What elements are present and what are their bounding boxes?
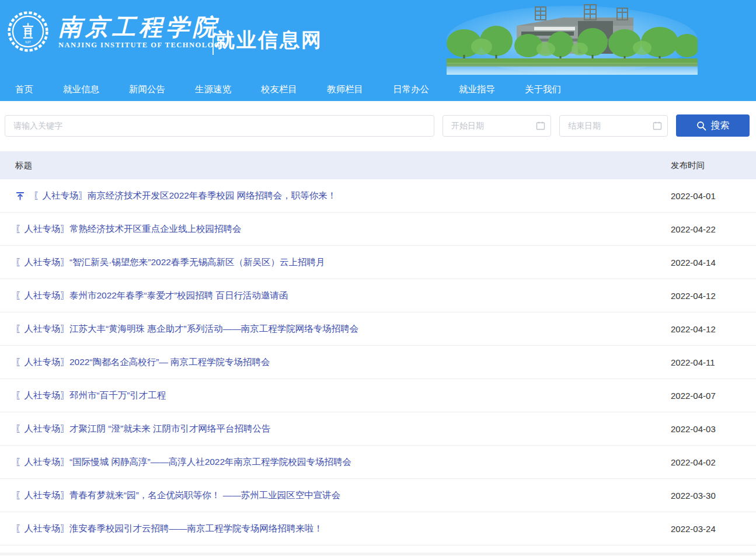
publish-date: 2022-04-12	[671, 324, 741, 334]
announcement-link[interactable]: 〖人社专场〗“智汇新吴·锡望您来”2022春季无锡高新区（新吴区）云上招聘月	[15, 256, 325, 269]
announcement-list: 标题 发布时间 〖人社专场〗南京经济技术开发区2022年春季校园 网络招聘会，职…	[0, 151, 756, 555]
campus-photo	[447, 4, 698, 75]
list-header: 标题 发布时间	[0, 151, 756, 179]
announcement-title: 〖人社专场〗青春有梦就来“园”，名企优岗职等你！ ——苏州工业园区空中宣讲会	[15, 489, 340, 502]
svg-text:NJIT: NJIT	[25, 41, 31, 44]
list-item[interactable]: 〖人社专场〗常熟经济技术开区重点企业线上校园招聘会 2022-04-22	[0, 213, 756, 246]
list-item[interactable]: 〖人社专场〗才聚江阴 “澄”就未来 江阴市引才网络平台招聘公告 2022-04-…	[0, 412, 756, 446]
publish-date: 2022-04-11	[671, 357, 741, 367]
site-header: NJIT 南京工程学院 NANJING INSTITUTE OF TECHNOL…	[0, 0, 756, 78]
search-button-label: 搜索	[711, 120, 730, 132]
list-item[interactable]: 〖人社专场〗青春有梦就来“园”，名企优岗职等你！ ——苏州工业园区空中宣讲会 2…	[0, 479, 756, 512]
end-date-input[interactable]	[559, 115, 668, 137]
nav-item-career-guidance[interactable]: 就业指导	[459, 84, 495, 96]
publish-date: 2022-03-24	[671, 524, 741, 534]
list-item[interactable]: 〖人社专场〗邳州市“百千万”引才工程 2022-04-07	[0, 379, 756, 412]
announcement-link[interactable]: 〖人社专场〗“国际慢城 闲静高淳”——高淳人社2022年南京工程学院校园专场招聘…	[15, 456, 351, 468]
announcement-link[interactable]: 〖人社专场〗南京经济技术开发区2022年春季校园 网络招聘会，职等你来！	[15, 190, 336, 202]
site-name: 就业信息网	[215, 27, 323, 62]
announcement-link[interactable]: 〖人社专场〗淮安春季校园引才云招聘——南京工程学院专场网络招聘来啦！	[15, 523, 323, 535]
publish-date: 2022-04-03	[671, 424, 741, 434]
announcement-title: 〖人社专场〗2022“陶都名企高校行”— 南京工程学院专场招聘会	[15, 356, 270, 369]
brand[interactable]: NJIT 南京工程学院 NANJING INSTITUTE OF TECHNOL…	[7, 11, 227, 53]
nav-item-home[interactable]: 首页	[15, 84, 33, 96]
list-item[interactable]: 〖人社专场〗泰州市2022年春季“泰爱才”校园招聘 百日行活动邀请函 2022-…	[0, 279, 756, 312]
list-item[interactable]: 〖人社专场〗“智汇新吴·锡望您来”2022春季无锡高新区（新吴区）云上招聘月 2…	[0, 246, 756, 279]
nav-item-news[interactable]: 新闻公告	[129, 84, 165, 96]
announcement-title: 〖人社专场〗才聚江阴 “澄”就未来 江阴市引才网络平台招聘公告	[15, 423, 270, 435]
nav-item-daily-office[interactable]: 日常办公	[393, 84, 429, 96]
list-item[interactable]: 〖人社专场〗“国际慢城 闲静高淳”——高淳人社2022年南京工程学院校园专场招聘…	[0, 446, 756, 479]
announcement-link[interactable]: 〖人社专场〗才聚江阴 “澄”就未来 江阴市引才网络平台招聘公告	[15, 423, 270, 435]
announcement-link[interactable]: 〖人社专场〗泰州市2022年春季“泰爱才”校园招聘 百日行活动邀请函	[15, 290, 288, 302]
start-date-input[interactable]	[443, 115, 551, 137]
publish-date: 2022-04-07	[671, 391, 741, 401]
publish-date: 2022-04-12	[671, 291, 741, 301]
announcement-title: 〖人社专场〗淮安春季校园引才云招聘——南京工程学院专场网络招聘来啦！	[15, 523, 323, 535]
search-button[interactable]: 搜索	[676, 114, 750, 137]
publish-date: 2022-04-01	[671, 191, 741, 201]
announcement-link[interactable]: 〖人社专场〗2022“陶都名企高校行”— 南京工程学院专场招聘会	[15, 356, 270, 369]
publish-date: 2022-04-02	[671, 457, 741, 467]
nav-item-student-source[interactable]: 生源速览	[195, 84, 231, 96]
announcement-link[interactable]: 〖人社专场〗邳州市“百千万”引才工程	[15, 390, 166, 402]
main-nav: 首页 就业信息 新闻公告 生源速览 校友栏目 教师栏目 日常办公 就业指导 关于…	[0, 78, 756, 101]
university-name-en: NANJING INSTITUTE OF TECHNOLOGY	[58, 41, 227, 50]
announcement-title: 〖人社专场〗邳州市“百千万”引才工程	[15, 390, 166, 402]
list-item[interactable]: 〖人社专场〗江苏大丰“黄海明珠 惠企助才”系列活动——南京工程学院网络专场招聘会…	[0, 312, 756, 346]
list-item[interactable]: 〖人社专场〗2022“陶都名企高校行”— 南京工程学院专场招聘会 2022-04…	[0, 346, 756, 379]
announcement-title: 〖人社专场〗江苏大丰“黄海明珠 惠企助才”系列活动——南京工程学院网络专场招聘会	[15, 323, 358, 335]
nav-item-employment-info[interactable]: 就业信息	[63, 84, 99, 96]
list-item[interactable]: 〖人社专场〗南京经济技术开发区2022年春季校园 网络招聘会，职等你来！ 202…	[0, 179, 756, 213]
university-name-cn: 南京工程学院	[58, 14, 227, 40]
title-column-header: 标题	[15, 160, 32, 171]
search-bar: 搜索	[0, 101, 756, 137]
publish-date: 2022-04-14	[671, 258, 741, 267]
announcement-title: 〖人社专场〗南京经济技术开发区2022年春季校园 网络招聘会，职等你来！	[33, 190, 336, 202]
nav-item-about-us[interactable]: 关于我们	[525, 84, 561, 96]
pin-top-icon	[15, 191, 25, 201]
announcement-link[interactable]: 〖人社专场〗青春有梦就来“园”，名企优岗职等你！ ——苏州工业园区空中宣讲会	[15, 489, 340, 502]
date-column-header: 发布时间	[671, 160, 741, 171]
nav-item-alumni[interactable]: 校友栏目	[261, 84, 297, 96]
next-section-edge	[0, 552, 756, 555]
publish-date: 2022-04-22	[671, 224, 741, 234]
announcement-title: 〖人社专场〗“智汇新吴·锡望您来”2022春季无锡高新区（新吴区）云上招聘月	[15, 256, 325, 269]
announcement-link[interactable]: 〖人社专场〗江苏大丰“黄海明珠 惠企助才”系列活动——南京工程学院网络专场招聘会	[15, 323, 358, 335]
announcement-link[interactable]: 〖人社专场〗常熟经济技术开区重点企业线上校园招聘会	[15, 223, 242, 235]
university-seal-icon: NJIT	[7, 11, 49, 53]
announcement-title: 〖人社专场〗泰州市2022年春季“泰爱才”校园招聘 百日行活动邀请函	[15, 290, 288, 302]
search-icon	[696, 121, 706, 131]
publish-date: 2022-03-30	[671, 491, 741, 501]
announcement-title: 〖人社专场〗“国际慢城 闲静高淳”——高淳人社2022年南京工程学院校园专场招聘…	[15, 456, 351, 468]
keyword-input[interactable]	[5, 115, 434, 137]
announcement-title: 〖人社专场〗常熟经济技术开区重点企业线上校园招聘会	[15, 223, 242, 235]
list-item[interactable]: 〖人社专场〗淮安春季校园引才云招聘——南京工程学院专场网络招聘来啦！ 2022-…	[0, 512, 756, 545]
nav-item-teachers[interactable]: 教师栏目	[327, 84, 363, 96]
